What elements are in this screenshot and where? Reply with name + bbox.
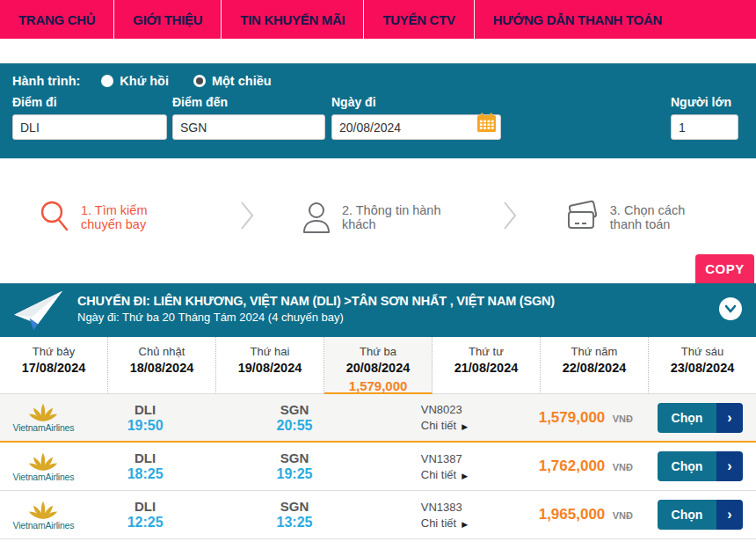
arrival-time: 20:55 (203, 418, 385, 434)
route-subtitle: Ngày đi: Thứ ba 20 Tháng Tám 2024 (4 chu… (77, 311, 719, 324)
chevron-down-icon (724, 304, 737, 313)
tab-date-label: 23/08/2024 (649, 361, 756, 375)
tab-date-label: 17/08/2024 (0, 361, 107, 375)
step-label: 2. Thông tin hành khách (342, 203, 450, 231)
nav-item[interactable]: GIỚI THIỆU (114, 0, 222, 39)
date-label: Ngày đi (331, 95, 501, 109)
date-tab[interactable]: Thứ ba 20/08/2024 1,579,000 (324, 337, 433, 394)
flight-row: VietnamAirlines DLI 12:25 SGN 13:25 VN13… (0, 491, 756, 539)
date-tab[interactable]: Thứ hai 19/08/2024 (216, 337, 324, 394)
tab-day-label: Thứ năm (541, 345, 648, 358)
collapse-toggle-button[interactable] (719, 297, 742, 320)
lotus-icon (28, 451, 58, 471)
airline-logo: VietnamAirlines (0, 500, 87, 531)
search-form: Hành trình: Khứ hồi Một chiều Điểm đi Đi… (0, 63, 756, 158)
select-flight-button[interactable]: Chọn › (658, 451, 743, 481)
chevron-right-icon: › (716, 500, 743, 530)
step-label: 3. Chọn cách thanh toán (610, 203, 719, 231)
flight-number: VN1383 (421, 501, 514, 514)
tab-price-label (108, 378, 215, 394)
select-button-label: Chọn (658, 403, 716, 433)
select-button-label: Chọn (658, 500, 716, 530)
departure-cell: DLI 18:25 (87, 450, 203, 482)
price-currency: VNĐ (613, 462, 633, 472)
tab-price-label (649, 378, 756, 394)
tab-date-label: 22/08/2024 (541, 361, 648, 375)
step-payment-method: 3. Chọn cách thanh toán (564, 200, 719, 235)
date-tab[interactable]: Thứ tư 21/08/2024 (433, 337, 541, 394)
nav-item[interactable]: TRANG CHỦ (0, 0, 114, 39)
step-passenger-info: 2. Thông tin hành khách (302, 201, 450, 234)
price-cell: 1,965,000 VNĐ (514, 506, 658, 523)
tab-day-label: Chủ nhật (108, 345, 215, 358)
adults-label: Người lớn (671, 95, 738, 109)
tab-price-label (0, 378, 107, 394)
detail-link[interactable]: Chi tiết▶ (421, 419, 514, 432)
lotus-icon (28, 500, 58, 519)
date-tabs: Thứ bảy 17/08/2024 Chủ nhật 18/08/2024 T… (0, 334, 756, 394)
tab-price-label (433, 378, 540, 394)
arrival-code: SGN (203, 402, 385, 417)
price-value: 1,762,000 (539, 458, 606, 474)
date-tab[interactable]: Thứ năm 22/08/2024 (541, 337, 649, 394)
departure-code: DLI (87, 402, 203, 417)
departure-time: 19:50 (87, 418, 203, 434)
departure-time: 12:25 (87, 515, 203, 531)
chevron-right-icon (240, 201, 254, 234)
date-tab[interactable]: Chủ nhật 18/08/2024 (108, 337, 216, 394)
date-tab[interactable]: Thứ sáu 23/08/2024 (649, 337, 756, 394)
lotus-icon (28, 402, 58, 421)
flight-row: VietnamAirlines DLI 18:25 SGN 19:25 VN13… (0, 443, 756, 491)
arrival-code: SGN (203, 499, 385, 514)
tab-price-label (541, 378, 648, 394)
detail-link[interactable]: Chi tiết▶ (421, 516, 514, 530)
calendar-icon[interactable] (476, 113, 497, 133)
route-title: CHUYẾN ĐI: LIÊN KHƯƠNG, VIỆT NAM (DLI) >… (77, 294, 719, 308)
radio-one-way[interactable]: Một chiều (193, 74, 272, 88)
tab-price-label: 1,579,000 (324, 378, 432, 394)
nav-item-label: GIỚI THIỆU (133, 12, 202, 27)
route-banner: CHUYẾN ĐI: LIÊN KHƯƠNG, VIỆT NAM (DLI) >… (0, 283, 756, 334)
from-input[interactable] (12, 114, 167, 140)
detail-link[interactable]: Chi tiết▶ (421, 468, 514, 481)
nav-item-label: TUYỂN CTV (382, 12, 454, 27)
tab-day-label: Thứ hai (216, 345, 323, 358)
nav-item[interactable]: TIN KHUYẾN MÃI (222, 0, 364, 39)
adults-input[interactable] (671, 114, 738, 140)
radio-circle-icon[interactable] (101, 75, 113, 87)
flight-info-cell: VN1387 Chi tiết▶ (421, 452, 514, 481)
select-flight-button[interactable]: Chọn › (658, 403, 743, 433)
nav-item-label: TIN KHUYẾN MÃI (240, 12, 345, 27)
chevron-right-icon (503, 201, 517, 234)
arrival-cell: SGN 13:25 (203, 499, 385, 531)
nav-item-label: TRANG CHỦ (18, 12, 95, 27)
price-currency: VNĐ (613, 414, 633, 424)
flight-number: VN1387 (421, 452, 514, 465)
radio-circle-checked-icon[interactable] (193, 75, 206, 87)
departure-code: DLI (87, 450, 203, 465)
tab-date-label: 21/08/2024 (433, 361, 540, 375)
paper-plane-icon (0, 287, 77, 331)
arrival-cell: SGN 19:25 (203, 450, 385, 482)
airline-name: VietnamAirlines (13, 520, 75, 531)
airline-logo: VietnamAirlines (0, 402, 87, 433)
flight-list: VietnamAirlines DLI 19:50 SGN 20:55 VN80… (0, 394, 756, 539)
tab-date-label: 18/08/2024 (108, 361, 215, 375)
nav-item[interactable]: TUYỂN CTV (364, 0, 474, 39)
nav-item[interactable]: HƯỚNG DẪN THANH TOÁN (475, 0, 680, 39)
date-tab[interactable]: Thứ bảy 17/08/2024 (0, 337, 108, 394)
arrival-cell: SGN 20:55 (203, 402, 385, 434)
tab-day-label: Thứ sáu (649, 345, 756, 358)
radio-round-trip-label: Khứ hồi (120, 74, 169, 88)
copy-button[interactable]: COPY (695, 254, 754, 283)
radio-one-way-label: Một chiều (212, 74, 272, 88)
arrival-time: 19:25 (203, 466, 385, 482)
radio-round-trip[interactable]: Khứ hồi (101, 74, 169, 88)
detail-arrow-icon: ▶ (462, 520, 468, 529)
to-input[interactable] (172, 114, 325, 140)
departure-cell: DLI 19:50 (87, 402, 203, 434)
select-button-label: Chọn (658, 451, 716, 481)
price-value: 1,579,000 (539, 409, 606, 426)
select-flight-button[interactable]: Chọn › (658, 500, 743, 530)
page: TRANG CHỦ GIỚI THIỆU TIN KHUYẾN MÃI TUYỂ… (0, 0, 756, 549)
